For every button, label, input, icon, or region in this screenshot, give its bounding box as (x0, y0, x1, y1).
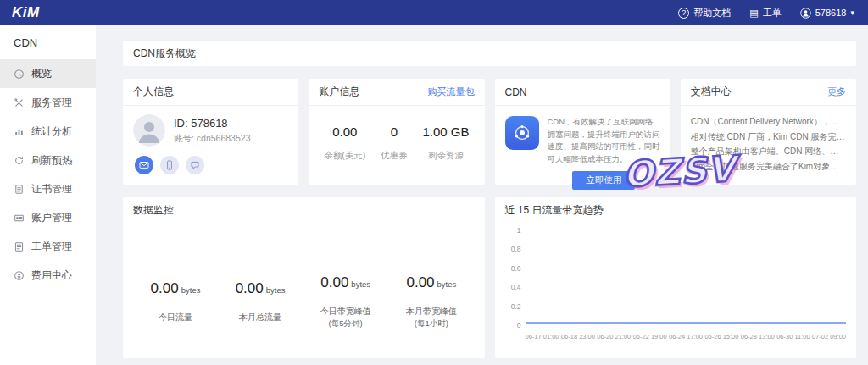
today-traffic-label: 今日流量 (151, 311, 201, 324)
month-traffic-value: 0.00 (236, 280, 264, 296)
x-tick: 06-22 19:00 (633, 333, 667, 340)
doc-link[interactable]: 相对传统 CDN 厂商，Kim CDN 服务完全实现全自... (691, 130, 846, 145)
overview-icon (14, 69, 25, 80)
y-tick: 1 (517, 226, 521, 235)
trend-chart-card: 近 15 日流量带宽趋势 1 0.8 0.6 0.4 0.2 0 (495, 197, 857, 358)
personal-info-card: 个人信息 ID: 578618 账号: cdn56683523 (123, 79, 298, 185)
balance-stat: 0.00 余额(美元) (324, 124, 365, 162)
sidebar-item-certificates[interactable]: 证书管理 (0, 174, 96, 203)
x-tick: 06-20 21:00 (597, 333, 631, 340)
sidebar-item-label: 统计分析 (31, 124, 72, 139)
month-peak-value: 0.00 (406, 274, 434, 290)
navbar-right: ? 帮助文档 ▤ 工单 578618 ▾ (678, 7, 868, 19)
help-icon: ? (678, 8, 689, 19)
work-order-icon: ▤ (749, 8, 758, 18)
x-tick: 06-24 17:00 (669, 333, 703, 340)
page-title-card: CDN服务概览 (123, 41, 856, 66)
chevron-down-icon: ▾ (850, 8, 854, 17)
ticket-list-icon (14, 241, 25, 252)
sidebar-title: CDN (0, 25, 96, 59)
logo[interactable]: KiM (0, 4, 52, 21)
id-card-icon (14, 213, 25, 224)
user-menu[interactable]: 578618 ▾ (800, 8, 854, 19)
y-tick: 0.8 (511, 245, 521, 253)
certificate-icon (14, 184, 25, 195)
month-peak-label: 本月带宽峰值 (406, 305, 457, 318)
bar-chart-icon (14, 126, 25, 137)
month-traffic-stat: 0.00bytes 本月总流量 (236, 280, 286, 324)
use-now-button[interactable]: 立即使用 (572, 171, 635, 190)
sidebar-item-overview[interactable]: 概览 (0, 59, 96, 88)
month-peak-sublabel: (每1小时) (406, 318, 457, 329)
work-order-label: 工单 (763, 7, 782, 19)
account-info-card: 账户信息 购买流量包 0.00 余额(美元) 0 优惠券 1.00 GB 剩余资… (309, 79, 484, 185)
account-number-text: 账号: cdn56683523 (174, 133, 250, 145)
today-peak-stat: 0.00bytes 今日带宽峰值 (每5分钟) (320, 274, 371, 329)
docs-more-link[interactable]: 更多 (827, 86, 846, 98)
sidebar-item-statistics[interactable]: 统计分析 (0, 117, 96, 146)
today-traffic-unit: bytes (181, 285, 201, 295)
main-content: CDN服务概览 个人信息 ID: 578618 (96, 25, 868, 365)
x-tick: 07-02 09:00 (812, 333, 846, 340)
work-order-link[interactable]: ▤ 工单 (749, 7, 781, 19)
x-tick: 06-30 11:00 (776, 333, 810, 340)
chart-plot-area[interactable] (526, 231, 847, 324)
user-id-label: 578618 (815, 8, 847, 18)
month-peak-unit: bytes (437, 279, 457, 289)
today-traffic-value: 0.00 (151, 280, 179, 296)
x-tick: 06-26 15:00 (704, 333, 738, 340)
today-peak-label: 今日带宽峰值 (320, 305, 371, 318)
cdn-product-icon (505, 116, 539, 150)
sidebar-item-label: 概览 (31, 67, 52, 81)
today-peak-value: 0.00 (320, 274, 348, 290)
y-tick: 0.2 (511, 302, 521, 311)
chart-y-axis: 1 0.8 0.6 0.4 0.2 0 (502, 226, 526, 329)
doc-link[interactable]: Kim全网加速服务完美融合了Kim对象存储和 CDN... (691, 159, 846, 174)
chart-line (526, 322, 847, 324)
sidebar-item-billing[interactable]: 费用中心 (0, 261, 96, 290)
y-tick: 0 (517, 321, 521, 329)
refresh-icon (14, 155, 25, 166)
sidebar-item-label: 证书管理 (31, 182, 72, 196)
sidebar-item-label: 刷新预热 (31, 153, 72, 168)
data-monitoring-title: 数据监控 (133, 203, 174, 218)
phone-icon[interactable] (160, 156, 179, 174)
sidebar-item-account-mgmt[interactable]: 账户管理 (0, 203, 96, 232)
balance-value: 0.00 (324, 124, 365, 139)
cdn-description: CDN，有效解决了互联网网络拥塞问题，提升终端用户的访问速度、提高网站的可用性，… (548, 116, 660, 166)
mail-icon[interactable] (135, 156, 153, 174)
month-traffic-label: 本月总流量 (236, 311, 286, 324)
y-tick: 0.6 (511, 264, 521, 273)
x-tick: 06-18 23:00 (561, 333, 595, 340)
doc-link[interactable]: 整个产品架构由客户端、CDN 网络、企业源站... (691, 144, 846, 159)
sidebar: CDN 概览 服务管理 统计分析 刷新预热 证书管理 (0, 25, 96, 365)
personal-info-title: 个人信息 (133, 85, 174, 99)
tools-icon (14, 97, 25, 108)
buy-traffic-link[interactable]: 购买流量包 (428, 86, 475, 98)
wechat-icon[interactable] (186, 156, 204, 174)
doc-link[interactable]: CDN（Content Delivery Network），也即内容分发... (691, 114, 846, 130)
sidebar-item-refresh-preheat[interactable]: 刷新预热 (0, 146, 96, 174)
trend-chart-title: 近 15 日流量带宽趋势 (505, 203, 604, 218)
cdn-card-title: CDN (505, 86, 527, 98)
chart-x-axis: 06-17 01:00 06-18 23:00 06-20 21:00 06-2… (526, 333, 847, 340)
remaining-value: 1.00 GB (422, 124, 469, 139)
billing-icon (14, 270, 25, 281)
sidebar-item-label: 服务管理 (31, 96, 72, 110)
page-title: CDN服务概览 (133, 47, 196, 59)
sidebar-item-service-mgmt[interactable]: 服务管理 (0, 88, 96, 117)
coupon-stat: 0 优惠券 (381, 124, 408, 162)
x-tick: 06-17 01:00 (526, 333, 559, 340)
sidebar-item-label: 工单管理 (31, 240, 72, 254)
remaining-stat: 1.00 GB 剩余资源 (422, 124, 469, 162)
sidebar-item-work-orders[interactable]: 工单管理 (0, 232, 96, 261)
data-monitoring-card: 数据监控 0.00bytes 今日流量 0.00bytes 本月总流量 0.00… (123, 197, 485, 358)
today-peak-unit: bytes (351, 279, 370, 289)
help-docs-link[interactable]: ? 帮助文档 (678, 7, 731, 19)
x-tick: 06-28 13:00 (741, 333, 775, 340)
user-id-text: ID: 578618 (174, 117, 250, 130)
docs-card-title: 文档中心 (691, 85, 732, 99)
sidebar-item-label: 账户管理 (31, 211, 72, 225)
top-navbar: KiM ? 帮助文档 ▤ 工单 578618 ▾ (0, 0, 868, 25)
avatar (133, 114, 165, 147)
